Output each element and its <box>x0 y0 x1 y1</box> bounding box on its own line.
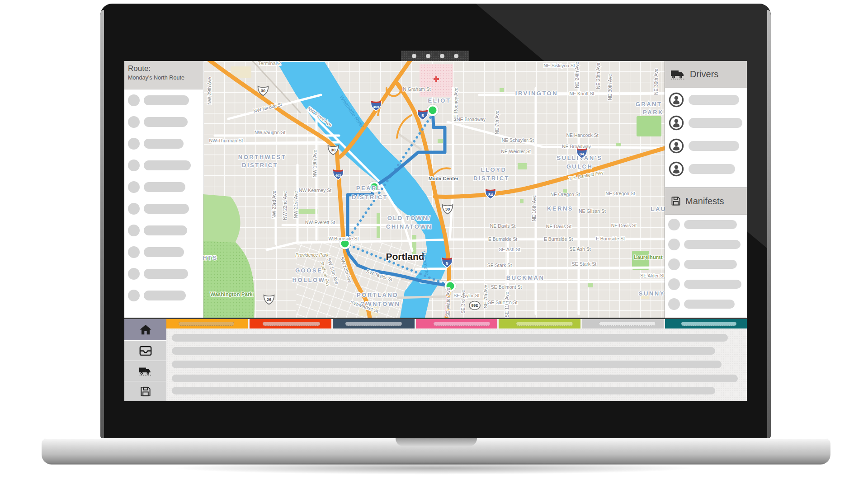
route-list-item[interactable] <box>124 241 203 263</box>
driver-row[interactable] <box>665 111 747 134</box>
home-icon <box>139 324 152 336</box>
bottom-content <box>166 328 747 401</box>
map-svg[interactable]: PortlandNORTHWESTDISTRICTPEARLDISTRICTOL… <box>203 61 665 318</box>
driver-row[interactable] <box>665 134 747 157</box>
manifest-row[interactable] <box>665 294 747 314</box>
route-list-item[interactable] <box>124 89 203 111</box>
map-label: NW Thurman St <box>209 138 243 143</box>
map-label: PORTLAND <box>357 291 398 298</box>
stop-placeholder-icon <box>128 138 140 150</box>
manifest-placeholder-label <box>684 260 737 269</box>
route-bar-segment-5[interactable] <box>499 319 580 328</box>
map-label: NE Broadway <box>562 144 591 149</box>
route-bar-segment-7[interactable] <box>665 319 747 328</box>
drivers-title: Drivers <box>690 69 718 80</box>
map-label: SE Taylor St <box>453 293 480 298</box>
stop-placeholder-label <box>144 225 187 235</box>
route-bar-segment-6[interactable] <box>582 319 664 328</box>
bottom-panel <box>124 318 747 401</box>
save-icon <box>139 385 152 398</box>
map-label: Moda Center <box>429 176 459 181</box>
stop-placeholder-label <box>144 269 188 279</box>
map-label: NE 30th Ave <box>607 74 613 100</box>
map-label: NW 22nd Ave <box>282 191 288 220</box>
map-label: NE 7th Ave <box>494 111 500 135</box>
map-label: IRVINGTON <box>515 90 558 97</box>
route-list-item[interactable] <box>124 220 203 241</box>
driver-avatar-icon <box>669 138 684 154</box>
route-name: Monday's North Route <box>128 75 199 81</box>
map-label: NE 28th Ave <box>595 63 601 89</box>
map-label: SE Stark St <box>572 261 596 267</box>
route-list-item[interactable] <box>124 263 203 285</box>
driver-avatar-icon <box>669 92 684 108</box>
map-label: DISTRICT <box>242 162 278 169</box>
route-bar-segment-label <box>263 322 320 326</box>
stop-placeholder-label <box>144 160 191 170</box>
stop-placeholder-label <box>144 291 186 300</box>
stop-placeholder-label <box>144 247 184 257</box>
route-bar-segment-label <box>681 322 736 326</box>
driver-name-placeholder <box>689 95 739 105</box>
stop-placeholder-icon <box>128 225 140 236</box>
route-bar-segment-3[interactable] <box>333 319 415 328</box>
map-label: NE Glisan St <box>579 208 606 214</box>
manifest-placeholder-icon <box>668 258 680 270</box>
manifest-placeholder-icon <box>668 219 680 230</box>
driver-row[interactable] <box>665 157 747 180</box>
map-label: SE 7th Ave <box>483 285 488 308</box>
route-bar-segment-1[interactable] <box>166 319 248 328</box>
route-list-item[interactable] <box>124 111 203 133</box>
manifest-placeholder-icon <box>668 239 680 250</box>
map-label: NE Hancock St <box>566 132 598 138</box>
map-label: HOLLOW <box>292 277 326 283</box>
window-dot <box>426 54 430 58</box>
svg-text:30: 30 <box>331 147 336 152</box>
map-label: W Burnside St <box>328 236 359 241</box>
stop-placeholder-label <box>144 117 188 127</box>
driver-avatar-icon <box>669 161 684 177</box>
stop-placeholder-label <box>144 182 185 192</box>
drivers-header[interactable]: Drivers <box>665 61 747 88</box>
page: Route: Monday's North Route <box>0 0 868 488</box>
save-icon <box>670 195 681 207</box>
driver-row[interactable] <box>665 88 747 111</box>
map-label: CHINATOWN <box>386 223 432 230</box>
nav-truck-button[interactable] <box>124 361 166 381</box>
route-list-item[interactable] <box>124 198 203 220</box>
map-label: PEARL <box>356 185 382 192</box>
route-stop-marker[interactable] <box>428 106 438 115</box>
route-list-item[interactable] <box>124 285 203 306</box>
manifest-placeholder-label <box>684 300 735 309</box>
route-bar-segment-4[interactable] <box>416 319 498 328</box>
stop-placeholder-icon <box>128 268 140 280</box>
map-label: SE Water Ave <box>445 287 451 317</box>
manifest-placeholder-label <box>684 280 741 289</box>
map-label: OLD TOWN/ <box>387 215 431 221</box>
map-label: NW Everett St <box>305 220 335 225</box>
route-sidebar: Route: Monday's North Route <box>124 61 203 318</box>
app-window: Route: Monday's North Route <box>124 61 747 401</box>
manifest-row[interactable] <box>665 274 747 294</box>
nav-home-button[interactable] <box>124 319 166 340</box>
route-bar-segment-label <box>599 322 656 326</box>
map-label: NW Vaughn St <box>255 130 286 135</box>
laptop-base-notch <box>396 438 477 446</box>
manifests-header[interactable]: Manifests <box>665 188 747 215</box>
manifest-row[interactable] <box>665 215 747 235</box>
map-label: NE 36th Ave <box>653 69 659 95</box>
nav-save-button[interactable] <box>124 381 166 401</box>
map-label: SE 3rd Ave <box>460 290 466 314</box>
map-label: NE Schuyler St <box>501 137 533 143</box>
route-bar-segment-2[interactable] <box>250 319 331 328</box>
manifest-row[interactable] <box>665 235 747 254</box>
map-label: NW 29th Ave <box>207 77 212 104</box>
manifest-placeholder-icon <box>668 298 680 310</box>
map-canvas[interactable]: PortlandNORTHWESTDISTRICTPEARLDISTRICTOL… <box>203 61 665 318</box>
manifest-row[interactable] <box>665 254 747 274</box>
route-list-item[interactable] <box>124 176 203 198</box>
nav-inbox-button[interactable] <box>124 341 166 361</box>
route-list-item[interactable] <box>124 133 203 155</box>
map-label: SE Alder St <box>640 273 665 278</box>
route-list-item[interactable] <box>124 155 203 176</box>
